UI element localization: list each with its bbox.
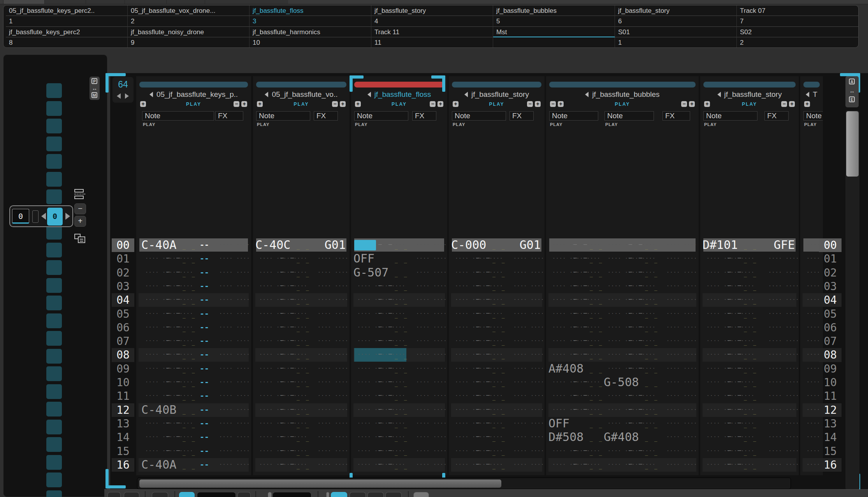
pattern-cell[interactable]: 3 xyxy=(250,16,371,26)
pattern-cell[interactable]: 1 xyxy=(6,16,128,26)
collapse-track-icon[interactable] xyxy=(717,92,721,97)
matrix-cell[interactable] xyxy=(46,136,62,151)
pattern-cell[interactable]: 05_jf_bassflute_vox_drone... xyxy=(128,5,250,16)
row-number-right[interactable]: 00 xyxy=(819,238,842,252)
row-number-right[interactable]: 04 xyxy=(819,293,842,307)
track-name[interactable]: jf_bassflute_floss xyxy=(351,90,447,99)
matrix-copy-icon[interactable] xyxy=(74,234,86,244)
toolbar-button[interactable] xyxy=(237,492,251,497)
fx-column-header[interactable]: FX xyxy=(510,111,534,121)
row-number-right[interactable]: 16 xyxy=(819,458,842,472)
pattern-cell[interactable]: 2 xyxy=(737,37,859,48)
pattern-cell[interactable]: Track 07 xyxy=(737,5,859,16)
remove-column-button[interactable]: − xyxy=(332,101,338,107)
track-play-button[interactable]: PLAY xyxy=(546,102,699,107)
pattern-cell[interactable]: S01 xyxy=(615,27,737,37)
remove-row-button[interactable]: − xyxy=(74,203,86,214)
fx-column-header[interactable]: FX xyxy=(412,111,436,121)
matrix-cell[interactable] xyxy=(46,402,62,416)
row-number-left[interactable]: 06 xyxy=(112,321,134,334)
note-column-header[interactable]: Note xyxy=(142,111,214,121)
add-column-button[interactable]: + xyxy=(241,101,247,107)
remove-column-button[interactable]: − xyxy=(681,101,687,107)
pattern-cell[interactable]: jf_bassflute_bubbles xyxy=(493,5,615,16)
row-number-left[interactable]: 00 xyxy=(112,238,134,252)
range-box[interactable] xyxy=(32,210,39,223)
matrix-cell[interactable] xyxy=(46,278,62,293)
pattern-cell[interactable]: 05_jf_bassflute_keys_perc2.. xyxy=(6,5,128,16)
pattern-cell[interactable]: 10 xyxy=(250,37,371,48)
track-color-bar[interactable] xyxy=(703,82,796,88)
row-number-left[interactable]: 03 xyxy=(112,280,134,293)
matrix-cell[interactable] xyxy=(46,154,62,169)
matrix-cell[interactable] xyxy=(46,296,62,310)
pattern-cell[interactable]: 6 xyxy=(615,16,737,26)
matrix-cell[interactable] xyxy=(46,83,62,98)
fx-column-header[interactable]: FX xyxy=(314,111,338,121)
toolbar-button[interactable] xyxy=(385,492,402,497)
fx-column-header[interactable]: FX xyxy=(215,111,243,121)
row-number-left[interactable]: 08 xyxy=(112,348,134,362)
fx-column-header[interactable]: FX xyxy=(764,111,789,121)
note-column-header[interactable]: Note xyxy=(354,111,408,121)
toolbar-button[interactable] xyxy=(326,492,329,497)
current-sequence-cell[interactable]: 0 xyxy=(47,208,63,226)
track-color-bar[interactable] xyxy=(803,82,820,88)
matrix-cell[interactable] xyxy=(46,472,62,487)
row-number-right[interactable]: 08 xyxy=(819,348,842,362)
pattern-cell[interactable] xyxy=(493,37,615,48)
row-number-left[interactable]: 09 xyxy=(112,362,134,376)
add-column-button[interactable]: + xyxy=(789,101,795,107)
row-number-right[interactable]: 07 xyxy=(819,334,842,348)
row-number-right[interactable]: 02 xyxy=(819,266,842,280)
note-column-header[interactable]: Note xyxy=(803,111,823,121)
row-number-left[interactable]: 02 xyxy=(112,266,134,280)
matrix-cell[interactable] xyxy=(46,243,62,257)
track-name[interactable]: jf_bassflute_story xyxy=(700,90,799,99)
pattern-cell[interactable]: 4 xyxy=(371,16,493,26)
pattern-cell[interactable]: jf_bassflute_story xyxy=(615,5,737,16)
track-color-bar[interactable] xyxy=(256,82,346,88)
track-color-bar[interactable] xyxy=(549,82,696,88)
toolbar-button[interactable] xyxy=(331,492,347,497)
matrix-cell[interactable] xyxy=(46,384,62,399)
add-column-button[interactable]: + xyxy=(689,101,695,107)
toolbar-button[interactable] xyxy=(107,492,121,497)
toolbar-button[interactable] xyxy=(124,492,139,497)
pattern-cell[interactable]: jf_bassflute_keys_perc2 xyxy=(6,27,128,37)
pattern-cell[interactable]: 2 xyxy=(128,16,250,26)
collapse-track-icon[interactable] xyxy=(806,92,809,97)
horizontal-scrollbar-thumb[interactable] xyxy=(139,480,501,488)
collapse-track-icon[interactable] xyxy=(149,92,153,97)
row-number-left[interactable]: 12 xyxy=(112,403,134,417)
next-pattern-button[interactable] xyxy=(125,93,129,99)
matrix-cell[interactable] xyxy=(46,455,62,470)
top-tab[interactable] xyxy=(86,0,125,4)
horizontal-scrollbar[interactable] xyxy=(137,478,791,489)
top-tab[interactable] xyxy=(205,0,288,4)
row-number-left[interactable]: 01 xyxy=(112,252,134,266)
toolbar-button[interactable] xyxy=(152,492,168,497)
pattern-cell[interactable]: 11 xyxy=(371,37,493,48)
pattern-matrix-link-toggle[interactable]: P↔M xyxy=(90,77,100,100)
note-column-header[interactable]: Note xyxy=(703,111,757,121)
top-tab[interactable] xyxy=(125,0,166,4)
collapse-track-icon[interactable] xyxy=(585,92,589,97)
matrix-cell[interactable] xyxy=(46,101,62,116)
pattern-cell[interactable]: jf_bassflute_noisy_drone xyxy=(128,27,250,37)
matrix-cell[interactable] xyxy=(46,189,62,204)
pattern-cell[interactable]: jf_bassflute_floss xyxy=(250,5,371,16)
toolbar-button[interactable] xyxy=(367,492,384,497)
step-back-button[interactable] xyxy=(41,213,46,220)
pattern-cell[interactable]: S02 xyxy=(737,27,859,37)
top-tab[interactable] xyxy=(44,0,86,4)
row-number-right[interactable]: 15 xyxy=(819,444,842,458)
pattern-cell[interactable]: 9 xyxy=(128,37,250,48)
matrix-cell[interactable] xyxy=(46,366,62,381)
loop-start-input[interactable]: 0 xyxy=(12,209,29,224)
row-number-right[interactable]: 03 xyxy=(819,280,842,293)
pattern-cell[interactable]: Mst xyxy=(493,27,615,37)
split-rows-icon[interactable] xyxy=(74,189,85,200)
pattern-cell[interactable]: Track 11 xyxy=(371,27,493,37)
collapse-track-icon[interactable] xyxy=(367,92,371,97)
